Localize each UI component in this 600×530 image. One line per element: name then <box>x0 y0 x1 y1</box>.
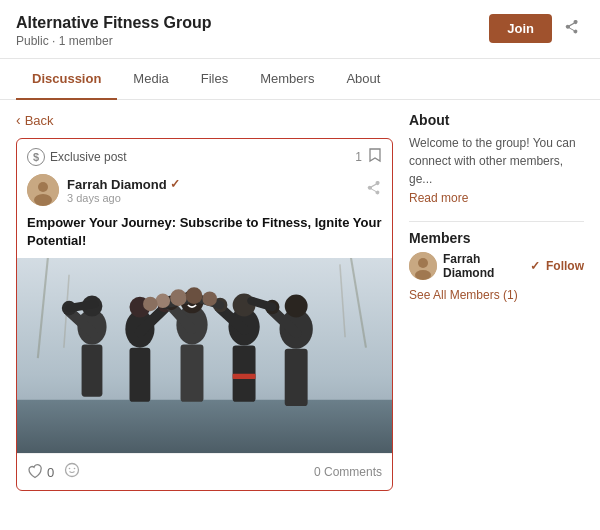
post-header-right: 1 <box>355 147 382 166</box>
svg-rect-11 <box>82 345 103 397</box>
member-avatar <box>409 252 437 280</box>
follow-button[interactable]: Follow <box>546 259 584 273</box>
like-icon <box>27 464 43 480</box>
author-name-block: Farrah Diamond ✓ 3 days ago <box>67 177 180 204</box>
svg-rect-21 <box>181 345 204 402</box>
svg-point-39 <box>170 290 187 307</box>
emoji-icon <box>64 462 80 478</box>
sidebar-column: About Welcome to the group! You can conn… <box>409 112 584 491</box>
tab-about[interactable]: About <box>330 59 396 100</box>
chevron-left-icon: ‹ <box>16 112 21 128</box>
svg-point-30 <box>285 295 308 318</box>
main-column: ‹ Back $ Exclusive post 1 <box>16 112 409 491</box>
author-avatar <box>27 174 59 206</box>
svg-rect-16 <box>130 348 151 402</box>
emoji-button[interactable] <box>64 462 80 482</box>
post-footer: 0 0 Comments <box>17 453 392 490</box>
about-title: About <box>409 112 584 128</box>
comments-count: 0 Comments <box>314 465 382 479</box>
group-meta: Public · 1 member <box>16 34 212 48</box>
like-button[interactable]: 0 <box>27 464 54 480</box>
author-info: Farrah Diamond ✓ 3 days ago <box>27 174 180 206</box>
like-count: 0 <box>47 465 54 480</box>
image-count: 1 <box>355 150 362 164</box>
share-icon-button[interactable] <box>560 15 584 43</box>
post-author-row: Farrah Diamond ✓ 3 days ago <box>17 170 392 210</box>
read-more-link[interactable]: Read more <box>409 191 584 205</box>
post-image <box>17 258 392 453</box>
author-name: Farrah Diamond ✓ <box>67 177 180 192</box>
dollar-icon: $ <box>27 148 45 166</box>
post-share-icon <box>366 180 382 196</box>
svg-point-46 <box>69 468 71 470</box>
about-section: About Welcome to the group! You can conn… <box>409 112 584 205</box>
post-title: Empower Your Journey: Subscribe to Fitne… <box>17 210 392 258</box>
svg-line-34 <box>69 304 95 308</box>
bookmark-icon <box>368 147 382 166</box>
svg-point-45 <box>66 464 79 477</box>
members-title: Members <box>409 230 584 246</box>
header-actions: Join <box>489 14 584 43</box>
join-button[interactable]: Join <box>489 14 552 43</box>
svg-rect-44 <box>233 374 256 379</box>
group-title-block: Alternative Fitness Group Public · 1 mem… <box>16 14 212 48</box>
svg-rect-31 <box>285 349 308 406</box>
member-name: Farrah Diamond ✓ <box>443 252 540 280</box>
member-info: Farrah Diamond ✓ <box>443 252 540 280</box>
group-title: Alternative Fitness Group <box>16 14 212 32</box>
post-time: 3 days ago <box>67 192 180 204</box>
tab-media[interactable]: Media <box>117 59 184 100</box>
tab-members[interactable]: Members <box>244 59 330 100</box>
svg-point-40 <box>186 288 203 305</box>
member-verified-icon: ✓ <box>530 259 540 273</box>
svg-point-43 <box>143 297 158 312</box>
post-header: $ Exclusive post 1 <box>17 139 392 170</box>
post-card: $ Exclusive post 1 <box>16 138 393 491</box>
exclusive-badge: $ Exclusive post <box>27 148 127 166</box>
back-label: Back <box>25 113 54 128</box>
divider <box>409 221 584 222</box>
about-text: Welcome to the group! You can connect wi… <box>409 134 584 188</box>
group-header: Alternative Fitness Group Public · 1 mem… <box>0 0 600 59</box>
see-all-members-link[interactable]: See All Members (1) <box>409 288 584 302</box>
tab-discussion[interactable]: Discussion <box>16 59 117 100</box>
svg-point-41 <box>156 294 171 309</box>
svg-point-49 <box>418 258 428 268</box>
nav-tabs: Discussion Media Files Members About <box>0 59 600 100</box>
svg-point-2 <box>34 194 52 206</box>
svg-rect-4 <box>17 400 392 453</box>
post-share-button[interactable] <box>366 180 382 200</box>
tab-files[interactable]: Files <box>185 59 244 100</box>
svg-point-50 <box>415 270 431 280</box>
share-icon <box>564 19 580 35</box>
svg-point-42 <box>202 292 217 307</box>
svg-point-1 <box>38 182 48 192</box>
exclusive-label: Exclusive post <box>50 150 127 164</box>
members-section: Members Farrah Diamond ✓ <box>409 230 584 302</box>
content-area: ‹ Back $ Exclusive post 1 <box>0 100 600 503</box>
member-row: Farrah Diamond ✓ Follow <box>409 252 584 280</box>
footer-left: 0 <box>27 462 80 482</box>
back-link[interactable]: ‹ Back <box>16 112 393 128</box>
verified-icon: ✓ <box>170 177 180 191</box>
svg-point-47 <box>74 468 76 470</box>
